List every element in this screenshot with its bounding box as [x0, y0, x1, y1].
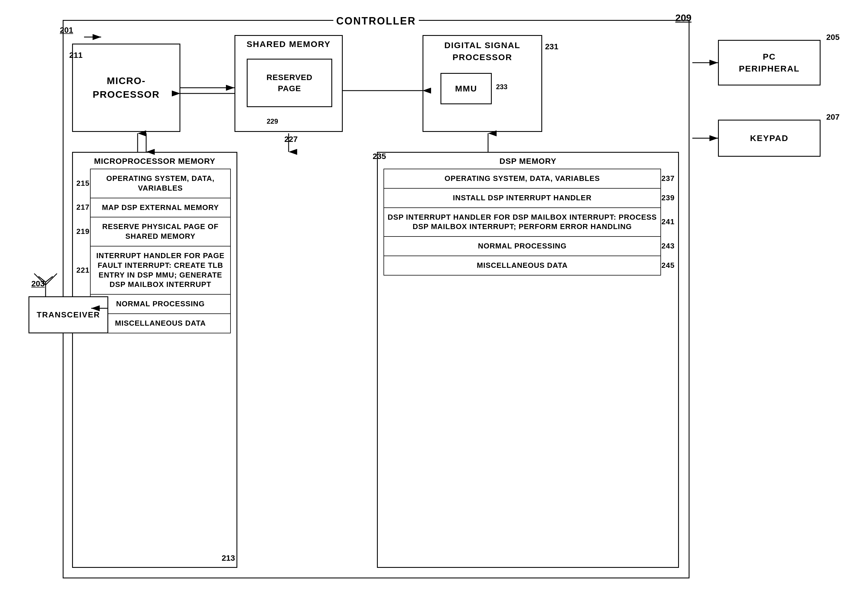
reserved-page-box: RESERVED PAGE [247, 59, 332, 107]
seg-id-221: 221 [76, 266, 89, 275]
ref-213: 213 [222, 553, 235, 563]
mp-seg-215: 215 OPERATING SYSTEM, DATA, VARIABLES [90, 169, 231, 198]
seg-id-245: 245 [662, 261, 675, 270]
mp-seg-217: 217 MAP DSP EXTERNAL MEMORY [90, 198, 231, 218]
seg-id-217: 217 [76, 203, 89, 212]
dsp-seg-245: 245 MISCELLANEOUS DATA [383, 256, 661, 275]
keypad-label: KEYPAD [750, 134, 789, 143]
ref-235: 235 [373, 152, 386, 161]
antenna-right [46, 273, 57, 285]
ref-207: 207 [826, 113, 840, 122]
pc-peripheral-label: PC PERIPHERAL [739, 51, 799, 75]
dsp-seg-239: 239 INSTALL DSP INTERRUPT HANDLER [383, 189, 661, 208]
ref-203-label: 203 [31, 279, 45, 288]
controller-label: CONTROLLER [333, 15, 419, 27]
transceiver-label: TRANSCEIVER [37, 310, 100, 319]
dsp-seg-237: 237 OPERATING SYSTEM, DATA, VARIABLES [383, 169, 661, 189]
mp-memory-box: MICROPROCESSOR MEMORY 215 OPERATING SYST… [72, 152, 237, 568]
dsp-memory-box: DSP MEMORY 237 OPERATING SYSTEM, DATA, V… [377, 152, 679, 568]
mp-seg-225: 225 MISCELLANEOUS DATA [90, 314, 231, 333]
microprocessor-label: MICRO- PROCESSOR [93, 74, 160, 101]
dsp-seg-243: 243 NORMAL PROCESSING [383, 237, 661, 256]
mmu-label: MMU [455, 84, 477, 93]
diagram: CONTROLLER 209 MICRO- PROCESSOR 211 SHAR… [28, 11, 835, 604]
microprocessor-box: MICRO- PROCESSOR [72, 44, 181, 132]
pc-peripheral-box: PC PERIPHERAL [718, 40, 821, 85]
seg-id-239: 239 [662, 193, 675, 203]
mp-seg-221: 221 INTERRUPT HANDLER FOR PAGE FAULT INT… [90, 247, 231, 295]
mp-seg-219: 219 RESERVE PHYSICAL PAGE OF SHARED MEMO… [90, 217, 231, 247]
seg-id-237: 237 [662, 174, 675, 184]
dsp-memory-label: DSP MEMORY [378, 153, 678, 166]
dsp-seg-241: 241 DSP INTERRUPT HANDLER FOR DSP MAILBO… [383, 208, 661, 237]
ref-231: 231 [545, 42, 559, 51]
seg-id-219: 219 [76, 227, 89, 236]
ref-229: 229 [267, 117, 278, 126]
dsp-box: DIGITAL SIGNAL PROCESSOR MMU 233 [422, 35, 542, 132]
seg-id-241: 241 [662, 217, 675, 227]
controller-box: CONTROLLER 209 MICRO- PROCESSOR 211 SHAR… [63, 20, 689, 578]
ref-227: 227 [284, 135, 298, 144]
controller-id: 209 [675, 12, 691, 24]
dsp-label: DIGITAL SIGNAL PROCESSOR [423, 36, 542, 63]
mp-seg-223: 223 NORMAL PROCESSING [90, 295, 231, 314]
antenna-inner-right [46, 277, 53, 282]
ref-233: 233 [496, 83, 507, 91]
reserved-page-label: RESERVED PAGE [266, 72, 312, 94]
ref-211: 211 [69, 51, 83, 60]
shared-memory-box: SHARED MEMORY RESERVED PAGE 229 [234, 35, 343, 132]
transceiver-box: TRANSCEIVER [28, 296, 108, 333]
shared-memory-label: SHARED MEMORY [235, 36, 342, 49]
mp-memory-label: MICROPROCESSOR MEMORY [73, 153, 237, 166]
keypad-box: KEYPAD [718, 119, 821, 157]
ref-205: 205 [826, 33, 840, 42]
seg-id-243: 243 [662, 241, 675, 251]
seg-id-215: 215 [76, 179, 89, 189]
mmu-box: MMU [441, 73, 492, 104]
ref-201-label: 201 [60, 26, 73, 35]
